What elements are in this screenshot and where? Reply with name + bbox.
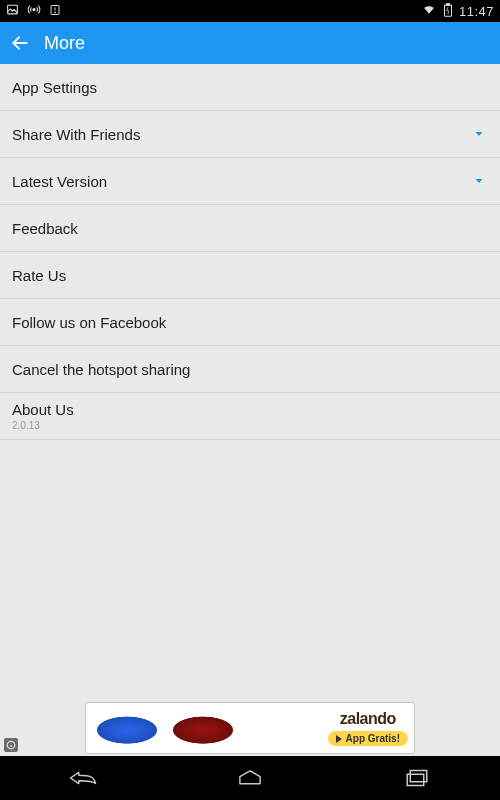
ad-banner[interactable]: zalando App Gratis! (85, 702, 415, 754)
row-label: Latest Version (12, 173, 107, 190)
page-title: More (44, 33, 85, 54)
hotspot-icon (27, 3, 41, 19)
play-icon (336, 735, 342, 743)
ad-info-icon[interactable] (4, 738, 18, 752)
row-label: Cancel the hotspot sharing (12, 361, 190, 378)
row-label: Feedback (12, 220, 78, 237)
app-bar: More (0, 22, 500, 64)
row-feedback[interactable]: Feedback (0, 205, 500, 252)
status-bar: 11:47 (0, 0, 500, 22)
svg-rect-6 (447, 3, 450, 4)
row-latest-version[interactable]: Latest Version (0, 158, 500, 205)
row-cancel-hotspot[interactable]: Cancel the hotspot sharing (0, 346, 500, 393)
nav-back-button[interactable] (53, 764, 113, 792)
expand-icon (470, 128, 488, 140)
row-rate-us[interactable]: Rate Us (0, 252, 500, 299)
row-follow-facebook[interactable]: Follow us on Facebook (0, 299, 500, 346)
picture-icon (6, 3, 19, 19)
svg-point-1 (33, 8, 35, 10)
ad-image-shoe-blue (92, 707, 162, 749)
row-label: Rate Us (12, 267, 66, 284)
settings-list: App Settings Share With Friends Latest V… (0, 64, 500, 440)
nav-recent-button[interactable] (387, 764, 447, 792)
ad-banner-container: zalando App Gratis! (0, 700, 500, 756)
row-label: App Settings (12, 79, 97, 96)
ad-image-shoe-red (168, 707, 238, 749)
system-nav-bar (0, 756, 500, 800)
row-label: Share With Friends (12, 126, 140, 143)
expand-icon (470, 175, 488, 187)
row-label: Follow us on Facebook (12, 314, 166, 331)
row-label: About Us (12, 401, 488, 418)
back-icon[interactable] (10, 33, 30, 53)
row-about-us[interactable]: About Us 2.0.13 (0, 393, 500, 440)
nav-home-button[interactable] (220, 764, 280, 792)
ad-cta-label: App Gratis! (346, 733, 400, 744)
wifi-icon (421, 3, 437, 19)
ad-brand-label: zalando (340, 710, 396, 728)
battery-icon (443, 3, 453, 20)
ad-text-block: zalando App Gratis! (328, 710, 408, 746)
ad-cta-button[interactable]: App Gratis! (328, 731, 408, 746)
svg-point-4 (55, 12, 56, 13)
row-share-with-friends[interactable]: Share With Friends (0, 111, 500, 158)
version-text: 2.0.13 (12, 420, 488, 431)
status-clock: 11:47 (459, 4, 494, 19)
content-area: App Settings Share With Friends Latest V… (0, 64, 500, 756)
alert-icon (49, 4, 61, 19)
row-app-settings[interactable]: App Settings (0, 64, 500, 111)
